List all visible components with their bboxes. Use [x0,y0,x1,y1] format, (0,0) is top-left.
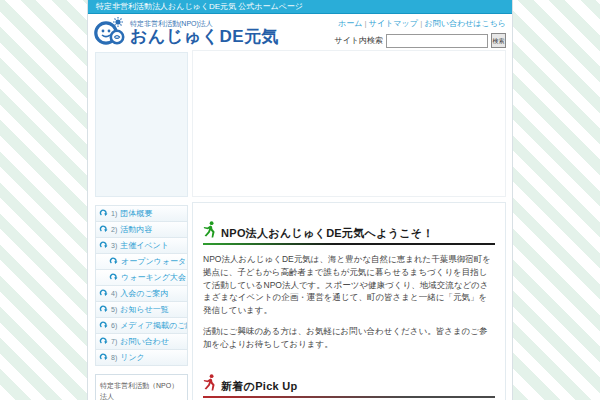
sidebar-item[interactable]: 8)リンク [96,350,187,366]
arrow-icon [99,320,108,331]
sidebar-org-box: 特定非営利活動（NPO）法人 おんじゅくDE元気 [95,374,188,400]
site-header: 特定非営利活動(NPO)法人 おんじゅくDE元気 ホーム | サイトマップ | … [88,14,512,52]
sidebar-menu: 1)団体概要2)活動内容3)主催イベントオープンウォーターウォーキング大会4)入… [95,205,188,366]
sidebar-item-label: お知らせ一覧 [120,304,169,315]
sidebar-item-label: 主催イベント [120,240,169,251]
topbar: 特定非営利活動法人おんじゅくDE元気 公式ホームページ [88,0,512,14]
nav-link[interactable]: お問い合わせはこちら [425,19,507,28]
runner-green-icon [203,221,216,241]
sidebar-item-number: 4) [111,290,117,297]
pickup-title: 新着のPick Up [221,379,298,394]
arrow-icon [99,288,108,299]
welcome-paragraph-2: 活動にご興味のある方は、お気軽にお問い合わせください。皆さまのご参加を心よりお待… [203,325,495,351]
welcome-title: NPO法人おんじゅくDE元気へようこそ！ [221,226,434,241]
site-search: サイト内検索 検索 [334,33,506,48]
sidebar-item-label: オープンウォーター [121,256,187,267]
arrow-icon [99,240,108,251]
header-nav: ホーム | サイトマップ | お問い合わせはこちら [338,18,506,29]
sidebar-item[interactable]: 3)主催イベント [96,238,187,254]
runner-red-icon [203,374,216,394]
sidebar-item[interactable]: 4)入会のご案内 [96,286,187,302]
sidebar-item-label: 入会のご案内 [120,288,168,299]
sidebar-item[interactable]: 2)活動内容 [96,222,187,238]
nav-link[interactable]: ホーム [338,19,362,28]
sidebar-subitem[interactable]: オープンウォーター [96,254,187,270]
arrow-icon [99,304,108,315]
search-button[interactable]: 検索 [491,33,506,48]
site-logo[interactable]: 特定非営利活動(NPO)法人 おんじゅくDE元気 [94,16,279,50]
mascot-logo-icon [94,16,126,50]
sidebar-item-label: リンク [120,352,145,363]
left-column: 1)団体概要2)活動内容3)主催イベントオープンウォーターウォーキング大会4)入… [95,52,188,400]
search-input[interactable] [386,34,488,48]
arrow-icon [99,336,108,347]
sidebar-item-number: 1) [111,210,117,217]
sidebar-item-label: ウォーキング大会 [121,272,186,283]
hero-empty-box [192,50,506,197]
welcome-section-header: NPO法人おんじゅくDE元気へようこそ！ [203,221,495,241]
sidebar-item-number: 6) [111,322,117,329]
site-name: おんじゅくDE元気 [130,28,279,46]
arrow-icon [109,256,118,267]
sidebar-item[interactable]: 6)メディア掲載のご紹介 [96,318,187,334]
sidebar-item[interactable]: 7)お問い合わせ [96,334,187,350]
sidebar-item-number: 7) [111,338,117,345]
sidebar-item-number: 2) [111,226,117,233]
pickup-section: 新着のPick Up ◆オープンウォータースイミング 開催しました [203,374,495,400]
nav-link[interactable]: サイトマップ [369,19,418,28]
page-container: 特定非営利活動法人おんじゅくDE元気 公式ホームページ [88,0,512,400]
pickup-title-jp: 新着の [221,380,255,392]
sidebar-org-line1: 特定非営利活動（NPO）法人 [100,380,183,400]
arrow-icon [99,208,108,219]
sidebar-empty-box [95,52,188,197]
sidebar-item-label: 活動内容 [120,224,152,235]
arrow-icon [109,272,118,283]
sidebar-item[interactable]: 5)お知らせ一覧 [96,302,187,318]
arrow-icon [99,224,108,235]
welcome-rule [203,243,495,245]
sidebar-item-number: 8) [111,354,117,361]
sidebar-item-label: 団体概要 [120,208,152,219]
pickup-title-en: Pick Up [255,380,297,392]
pickup-section-header: 新着のPick Up [203,374,495,394]
sidebar-item-label: メディア掲載のご紹介 [120,320,187,331]
arrow-icon [99,352,108,363]
welcome-paragraph-1: NPO法人おんじゅくDE元気は、海と豊かな自然に恵まれた千葉県御宿町を拠点に、子… [203,253,495,317]
search-label: サイト内検索 [334,35,383,46]
sidebar-subitem[interactable]: ウォーキング大会 [96,270,187,286]
topbar-text: 特定非営利活動法人おんじゅくDE元気 公式ホームページ [96,2,303,11]
sidebar-item-number: 3) [111,242,117,249]
main-content: NPO法人おんじゅくDE元気へようこそ！ NPO法人おんじゅくDE元気は、海と豊… [192,202,506,400]
logo-text: 特定非営利活動(NPO)法人 おんじゅくDE元気 [130,20,279,46]
sidebar-item-number: 5) [111,306,117,313]
main-column: NPO法人おんじゅくDE元気へようこそ！ NPO法人おんじゅくDE元気は、海と豊… [192,50,506,400]
sidebar-item[interactable]: 1)団体概要 [96,206,187,222]
pickup-rule [203,396,495,398]
sidebar-item-label: お問い合わせ [120,336,169,347]
